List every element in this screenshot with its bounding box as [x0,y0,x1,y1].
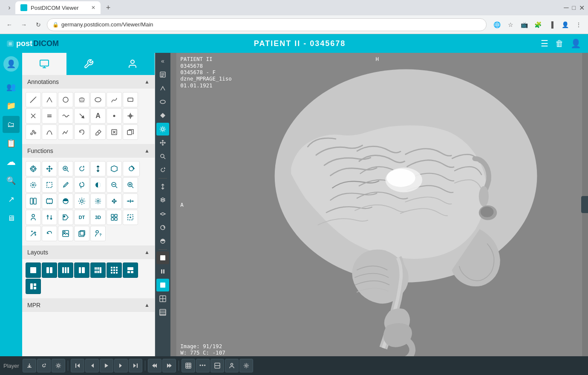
browser-tab[interactable]: PostDICOM Viewer ✕ [15,1,101,14]
vt-double-arrow[interactable]: « [156,55,169,67]
extensions-btn[interactable]: 🧩 [532,19,544,31]
skip-back-btn[interactable] [148,359,161,372]
fn-grid-view[interactable] [107,210,122,225]
sidebar-icon-monitor[interactable]: 🖥 [3,210,20,227]
tool-copy-series[interactable] [123,124,138,140]
annotations-header[interactable]: Annotations ▲ [22,75,155,89]
close-window-btn[interactable]: ✕ [579,4,585,12]
vt-move[interactable] [156,136,169,149]
tool-cursor-cross[interactable] [123,108,138,124]
translate-btn[interactable]: 🌐 [491,19,503,31]
tool-chart[interactable] [58,124,73,140]
fn-pencil[interactable] [58,177,73,193]
fn-wand[interactable] [26,226,41,241]
fn-brightness[interactable] [107,161,122,176]
menu-btn[interactable]: ⋮ [573,19,585,31]
fn-move[interactable] [42,161,57,176]
settings-btn[interactable] [52,359,65,372]
tool-wave[interactable] [58,108,73,124]
layout-custom2[interactable] [26,279,41,294]
grid-overlay-btn[interactable] [182,359,195,372]
vt-layout-sq[interactable] [156,251,169,264]
tool-hash[interactable] [74,92,89,107]
tool-ruler[interactable] [26,92,41,107]
reset-btn[interactable] [37,359,51,372]
tab-back-btn[interactable]: › [3,2,15,14]
fn-gear-small[interactable] [90,193,106,209]
tool-equals[interactable] [42,108,57,124]
fn-cine[interactable] [42,193,57,209]
fn-image-settings[interactable] [58,226,73,241]
play-btn[interactable] [100,359,113,372]
settings3-btn[interactable] [239,359,253,372]
vt-rotate[interactable] [156,164,169,176]
tab-tools[interactable] [66,53,111,75]
tab-monitor[interactable] [22,53,66,75]
tool-angle[interactable] [42,92,57,107]
next-frame-btn[interactable] [114,359,128,372]
back-btn[interactable]: ← [3,19,15,31]
fn-contrast[interactable] [90,177,106,193]
tool-scatter[interactable] [26,124,41,140]
fn-rotate[interactable] [74,161,89,176]
tool-undo[interactable] [74,124,89,140]
tool-text[interactable]: A [90,108,106,124]
cast-btn[interactable]: 📺 [518,19,530,31]
fn-gear-settings[interactable] [74,193,89,209]
sidebar-icon-upload[interactable]: ☁ [3,153,20,170]
fn-select-area[interactable] [123,210,138,225]
sidebar-icon-folder[interactable]: 📁 [3,97,20,114]
layout-custom1[interactable] [123,262,138,278]
tool-clear[interactable] [107,124,122,140]
tool-freehand[interactable] [107,92,122,107]
sidebar-icon-layers[interactable]: 🗂 [3,116,20,133]
layout-2x3[interactable] [90,262,106,278]
fn-dt[interactable]: DT [74,210,89,225]
person2-btn[interactable] [225,359,239,372]
layout-1x2[interactable] [42,262,57,278]
fn-undo[interactable] [42,226,57,241]
tool-arrow[interactable] [74,108,89,124]
fn-lasso[interactable] [74,177,89,193]
vt-pause[interactable] [156,265,169,278]
fn-resize-h[interactable] [123,193,138,209]
fn-move-cross[interactable] [107,193,122,209]
vt-circular[interactable] [156,221,169,234]
fn-3d[interactable]: 3D [90,210,106,225]
vt-layer-stack[interactable] [156,208,169,220]
fn-zoom-minus[interactable] [107,177,122,193]
address-bar[interactable]: 🔒 germany.postdicom.com/Viewer/Main [47,18,487,31]
trash-header-icon[interactable]: 🗑 [555,39,564,49]
fn-person[interactable] [26,210,41,225]
layout-3x3[interactable] [107,262,122,278]
first-frame-btn[interactable] [71,359,84,372]
fn-split-view[interactable] [26,193,41,209]
download-btn[interactable] [23,359,36,372]
layout-wide-right[interactable] [74,262,89,278]
sidebar-btn[interactable]: ▐ [545,19,557,31]
fn-sort-v[interactable] [42,210,57,225]
fn-image-overlay[interactable] [74,226,89,241]
sidebar-icon-search[interactable]: 🔍 [3,172,20,189]
vt-notes[interactable] [156,68,169,81]
tool-dot[interactable] [107,108,122,124]
list-header-icon[interactable]: ☰ [541,38,548,49]
tab-user[interactable] [110,53,155,75]
profile-btn[interactable]: 👤 [559,19,571,31]
more-options-btn[interactable]: ••• [196,359,210,372]
user-header-icon[interactable]: 👤 [571,38,581,49]
tool-cross[interactable] [26,108,41,124]
fn-zoom-plus[interactable] [123,177,138,193]
layout-1x1[interactable] [26,262,41,278]
vt-stack-scroll[interactable] [156,194,169,207]
last-frame-btn[interactable] [129,359,142,372]
layout-1x3[interactable] [58,262,73,278]
fn-select-region[interactable] [26,177,41,193]
prev-frame-btn[interactable] [85,359,99,372]
tab-close-btn[interactable]: ✕ [91,5,95,11]
maximize-btn[interactable]: □ [572,4,576,11]
vt-grid-4[interactable] [156,292,169,305]
vt-diamond[interactable] [156,109,169,122]
right-panel-handle[interactable] [581,196,588,213]
layouts-header[interactable]: Layouts ▲ [22,245,155,259]
